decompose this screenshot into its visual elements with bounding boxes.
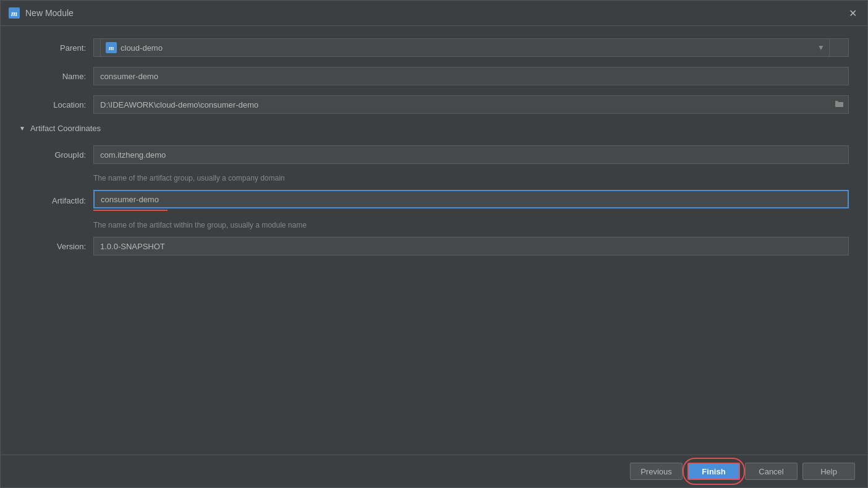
groupid-hint: The name of the artifact group, usually … bbox=[93, 174, 849, 182]
groupid-row: GroupId: bbox=[19, 145, 849, 164]
parent-row: Parent: m cloud-demo ▼ bbox=[19, 38, 849, 57]
cancel-button[interactable]: Cancel bbox=[745, 463, 798, 480]
name-row: Name: bbox=[19, 67, 849, 85]
parent-value: cloud-demo bbox=[121, 43, 163, 53]
parent-field: m cloud-demo ▼ bbox=[93, 38, 849, 57]
location-row: Location: bbox=[19, 95, 849, 114]
svg-text:m: m bbox=[11, 9, 17, 18]
artifactid-underline bbox=[93, 210, 168, 211]
dialog-content: Parent: m cloud-demo ▼ Name: bbox=[1, 26, 867, 455]
dialog-footer: Previous Finish Cancel Help bbox=[1, 455, 867, 487]
groupid-label: GroupId: bbox=[19, 150, 93, 160]
version-row: Version: bbox=[19, 237, 849, 255]
parent-label: Parent: bbox=[19, 43, 93, 53]
previous-button[interactable]: Previous bbox=[630, 463, 683, 480]
location-field bbox=[93, 95, 849, 114]
artifactid-label: ArtifactId: bbox=[19, 196, 93, 205]
version-input[interactable] bbox=[93, 237, 849, 255]
artifact-collapse-icon[interactable]: ▼ bbox=[19, 125, 25, 132]
name-field bbox=[93, 67, 849, 85]
name-label: Name: bbox=[19, 72, 93, 81]
dialog-overlay: m New Module ✕ Parent: m cloud-demo bbox=[0, 0, 868, 488]
help-button[interactable]: Help bbox=[802, 463, 855, 480]
module-dialog-icon: m bbox=[8, 7, 20, 19]
location-label: Location: bbox=[19, 100, 93, 109]
new-module-dialog: m New Module ✕ Parent: m cloud-demo bbox=[0, 0, 868, 488]
dialog-title: New Module bbox=[25, 8, 845, 18]
version-field bbox=[93, 237, 849, 255]
artifactid-row: ArtifactId: bbox=[19, 190, 849, 211]
groupid-input[interactable] bbox=[93, 145, 849, 164]
parent-module-icon: m bbox=[106, 42, 117, 53]
finish-button-wrapper: Finish bbox=[687, 463, 740, 480]
artifactid-hint: The name of the artifact within the grou… bbox=[93, 221, 849, 229]
artifactid-input[interactable] bbox=[93, 190, 849, 208]
location-input[interactable] bbox=[93, 95, 849, 114]
browse-folder-button[interactable] bbox=[834, 98, 845, 111]
svg-rect-2 bbox=[835, 102, 843, 107]
name-input[interactable] bbox=[93, 67, 849, 85]
version-label: Version: bbox=[19, 242, 93, 251]
groupid-field bbox=[93, 145, 849, 164]
parent-dropdown[interactable]: m cloud-demo ▼ bbox=[93, 38, 849, 57]
artifact-section-title: Artifact Coordinates bbox=[30, 124, 101, 133]
artifactid-field bbox=[93, 190, 849, 211]
close-button[interactable]: ✕ bbox=[845, 6, 860, 20]
dialog-titlebar: m New Module ✕ bbox=[1, 1, 867, 26]
finish-button[interactable]: Finish bbox=[687, 463, 740, 480]
artifact-section-header: ▼ Artifact Coordinates bbox=[19, 124, 849, 133]
